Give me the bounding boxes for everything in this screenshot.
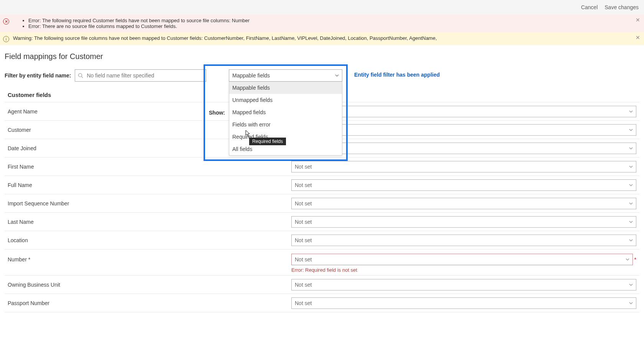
chevron-down-icon [629,238,633,242]
row-location: Location Not set [5,231,639,249]
top-action-bar: Cancel Save changes [0,0,644,15]
required-asterisk: * [634,256,636,263]
row-import-sequence-number: Import Sequence Number Not set [5,194,639,213]
label-first-name: First Name [8,164,291,170]
select-import-sequence-number[interactable]: Not set [291,198,636,209]
row-number: Number * Not set * [5,249,639,268]
warning-banner: i Warning: The following source file col… [0,32,644,45]
row-full-name: Full Name Not set [5,176,639,194]
error-icon: ✕ [3,18,9,25]
chevron-down-icon [629,202,633,205]
chevron-down-icon [335,74,339,77]
label-location: Location [8,237,291,243]
show-label: Show: [209,110,225,116]
select-owning-business-unit[interactable]: Not set [291,279,636,290]
select-location[interactable]: Not set [291,235,636,246]
select-first-name[interactable]: Not set [291,161,636,172]
save-changes-button[interactable]: Save changes [605,4,639,10]
value-not-set: Not set [295,164,312,170]
chevron-down-icon [629,146,633,150]
filter-input[interactable] [75,69,206,82]
option-mapped-fields[interactable]: Mapped fields [229,106,342,118]
show-dropdown-control[interactable]: Mappable fields [229,69,342,82]
filter-search-box [75,69,206,82]
value-not-set: Not set [295,282,312,288]
chevron-down-icon [626,258,629,261]
search-icon [78,73,83,78]
error-banner: ✕ Error: The following required Customer… [0,15,644,32]
option-mappable-fields[interactable]: Mappable fields [229,82,342,94]
label-number: Number * [8,256,291,263]
value-not-set: Not set [295,219,312,225]
page-title: Field mappings for Customer [5,52,639,61]
chevron-down-icon [629,110,633,113]
chevron-down-icon [629,128,633,132]
value-not-set: Not set [295,256,312,263]
chevron-down-icon [629,220,633,224]
tooltip-required-fields: Required fields [249,138,286,145]
row-owning-business-unit: Owning Business Unit Not set [5,276,639,294]
option-fields-with-error[interactable]: Fields with error [229,118,342,131]
value-not-set: Not set [295,237,312,243]
show-dropdown-list: Mappable fields Unmapped fields Mapped f… [229,82,342,156]
error-line-1: Error: The following required Customer f… [28,18,250,23]
chevron-down-icon [629,283,633,287]
show-dropdown-selected: Mappable fields [232,72,270,79]
row-last-name: Last Name Not set [5,213,639,231]
row-number-wrap: Number * Not set * Error: Required field… [5,249,639,276]
close-warning-icon[interactable]: ✕ [636,34,640,41]
filter-label: Filter by entity field name: [5,72,71,79]
value-not-set: Not set [295,300,312,306]
select-full-name[interactable]: Not set [291,179,636,191]
close-error-icon[interactable]: ✕ [636,17,640,23]
info-icon: i [3,36,9,42]
label-passport-number: Passport Number [8,300,291,306]
filter-row: Filter by entity field name: Show: Mappa… [5,69,639,82]
show-filter-highlight: Show: Mappable fields Mappable fields Un… [204,64,348,161]
select-passport-number[interactable]: Not set [291,297,636,309]
option-required-fields[interactable]: Required fields Required fields [229,131,342,143]
label-full-name: Full Name [8,182,291,188]
chevron-down-icon [629,165,633,169]
label-owning-business-unit: Owning Business Unit [8,282,291,288]
warning-text: Warning: The following source file colum… [13,35,437,41]
chevron-down-icon [629,301,633,305]
show-dropdown: Mappable fields Mappable fields Unmapped… [229,69,342,156]
select-number[interactable]: Not set [291,254,633,265]
value-not-set: Not set [295,182,312,188]
error-line-2: Error: There are no source file columns … [28,23,250,29]
select-last-name[interactable]: Not set [291,216,636,228]
number-error-text: Error: Required field is not set [291,267,639,273]
label-import-sequence-number: Import Sequence Number [8,200,291,207]
cancel-button[interactable]: Cancel [581,4,598,10]
row-passport-number: Passport Number Not set [5,294,639,312]
chevron-down-icon [629,183,633,187]
svg-line-1 [82,77,83,78]
filter-applied-notice: Entity field filter has been applied [354,72,440,78]
option-unmapped-fields[interactable]: Unmapped fields [229,94,342,106]
value-not-set: Not set [295,200,312,207]
svg-point-0 [79,74,82,77]
label-last-name: Last Name [8,219,291,225]
